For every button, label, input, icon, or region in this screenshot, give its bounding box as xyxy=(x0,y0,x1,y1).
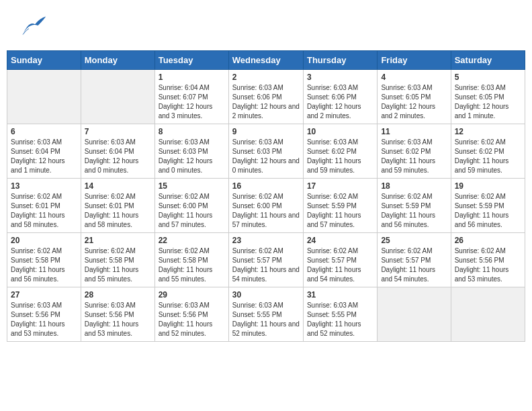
calendar-cell: 4Sunrise: 6:03 AM Sunset: 6:05 PM Daylig… xyxy=(378,70,451,124)
day-info: Sunrise: 6:03 AM Sunset: 6:02 PM Dayligh… xyxy=(307,138,373,175)
day-info: Sunrise: 6:04 AM Sunset: 6:07 PM Dayligh… xyxy=(159,83,225,121)
calendar-cell: 9Sunrise: 6:03 AM Sunset: 6:03 PM Daylig… xyxy=(228,124,303,179)
calendar-week-3: 13Sunrise: 6:02 AM Sunset: 6:01 PM Dayli… xyxy=(7,179,525,233)
day-info: Sunrise: 6:03 AM Sunset: 6:06 PM Dayligh… xyxy=(307,83,373,121)
calendar-cell: 28Sunrise: 6:03 AM Sunset: 5:56 PM Dayli… xyxy=(81,287,154,342)
day-number: 20 xyxy=(11,236,77,245)
day-number: 29 xyxy=(159,290,225,300)
day-number: 25 xyxy=(381,236,447,245)
weekday-header-saturday: Saturday xyxy=(451,51,525,70)
day-number: 14 xyxy=(85,181,151,191)
calendar-cell: 25Sunrise: 6:02 AM Sunset: 5:57 PM Dayli… xyxy=(378,233,451,287)
day-info: Sunrise: 6:02 AM Sunset: 6:01 PM Dayligh… xyxy=(11,192,77,230)
day-info: Sunrise: 6:03 AM Sunset: 6:02 PM Dayligh… xyxy=(381,138,447,175)
day-number: 24 xyxy=(307,236,373,245)
calendar-cell: 18Sunrise: 6:02 AM Sunset: 5:59 PM Dayli… xyxy=(378,179,451,233)
calendar-cell: 26Sunrise: 6:02 AM Sunset: 5:56 PM Dayli… xyxy=(451,233,525,287)
calendar-cell: 23Sunrise: 6:02 AM Sunset: 5:57 PM Dayli… xyxy=(228,233,303,287)
day-number: 12 xyxy=(455,127,521,136)
day-number: 3 xyxy=(307,73,373,82)
calendar-cell: 2Sunrise: 6:03 AM Sunset: 6:06 PM Daylig… xyxy=(228,70,303,124)
day-info: Sunrise: 6:02 AM Sunset: 6:00 PM Dayligh… xyxy=(232,192,300,230)
calendar-cell: 13Sunrise: 6:02 AM Sunset: 6:01 PM Dayli… xyxy=(7,179,81,233)
calendar-cell: 15Sunrise: 6:02 AM Sunset: 6:00 PM Dayli… xyxy=(154,179,228,233)
day-info: Sunrise: 6:02 AM Sunset: 6:01 PM Dayligh… xyxy=(85,192,151,230)
day-info: Sunrise: 6:03 AM Sunset: 5:56 PM Dayligh… xyxy=(85,301,151,338)
calendar-week-4: 20Sunrise: 6:02 AM Sunset: 5:58 PM Dayli… xyxy=(7,233,525,287)
day-info: Sunrise: 6:02 AM Sunset: 5:56 PM Dayligh… xyxy=(455,246,521,284)
page-header xyxy=(7,7,525,47)
day-info: Sunrise: 6:03 AM Sunset: 5:56 PM Dayligh… xyxy=(159,301,225,338)
day-info: Sunrise: 6:02 AM Sunset: 5:59 PM Dayligh… xyxy=(381,192,447,230)
day-info: Sunrise: 6:03 AM Sunset: 6:03 PM Dayligh… xyxy=(232,138,300,175)
day-number: 11 xyxy=(381,127,447,136)
day-info: Sunrise: 6:02 AM Sunset: 5:58 PM Dayligh… xyxy=(85,246,151,284)
calendar-cell: 21Sunrise: 6:02 AM Sunset: 5:58 PM Dayli… xyxy=(81,233,154,287)
calendar-cell: 11Sunrise: 6:03 AM Sunset: 6:02 PM Dayli… xyxy=(378,124,451,179)
weekday-header-wednesday: Wednesday xyxy=(228,51,303,70)
calendar-cell: 10Sunrise: 6:03 AM Sunset: 6:02 PM Dayli… xyxy=(303,124,377,179)
logo-icon xyxy=(17,13,47,44)
day-info: Sunrise: 6:03 AM Sunset: 6:04 PM Dayligh… xyxy=(85,138,151,175)
day-number: 26 xyxy=(455,236,521,245)
day-info: Sunrise: 6:03 AM Sunset: 5:55 PM Dayligh… xyxy=(232,301,300,338)
day-number: 21 xyxy=(85,236,151,245)
calendar-cell xyxy=(7,70,81,124)
day-info: Sunrise: 6:02 AM Sunset: 6:00 PM Dayligh… xyxy=(159,192,225,230)
day-number: 6 xyxy=(11,127,77,136)
day-number: 18 xyxy=(381,181,447,191)
calendar-cell: 30Sunrise: 6:03 AM Sunset: 5:55 PM Dayli… xyxy=(228,287,303,342)
day-number: 22 xyxy=(159,236,225,245)
calendar-cell: 14Sunrise: 6:02 AM Sunset: 6:01 PM Dayli… xyxy=(81,179,154,233)
weekday-header-thursday: Thursday xyxy=(303,51,377,70)
calendar-cell xyxy=(378,287,451,342)
calendar-header-row: SundayMondayTuesdayWednesdayThursdayFrid… xyxy=(7,51,525,70)
day-number: 7 xyxy=(85,127,151,136)
day-number: 9 xyxy=(232,127,300,136)
day-info: Sunrise: 6:03 AM Sunset: 6:03 PM Dayligh… xyxy=(159,138,225,175)
day-info: Sunrise: 6:02 AM Sunset: 5:58 PM Dayligh… xyxy=(11,246,77,284)
day-info: Sunrise: 6:02 AM Sunset: 6:02 PM Dayligh… xyxy=(455,138,521,175)
calendar-cell: 1Sunrise: 6:04 AM Sunset: 6:07 PM Daylig… xyxy=(154,70,228,124)
day-info: Sunrise: 6:03 AM Sunset: 6:05 PM Dayligh… xyxy=(455,83,521,121)
calendar-cell: 8Sunrise: 6:03 AM Sunset: 6:03 PM Daylig… xyxy=(154,124,228,179)
calendar-week-5: 27Sunrise: 6:03 AM Sunset: 5:56 PM Dayli… xyxy=(7,287,525,342)
day-number: 31 xyxy=(307,290,373,300)
day-info: Sunrise: 6:03 AM Sunset: 6:06 PM Dayligh… xyxy=(232,83,300,121)
weekday-header-tuesday: Tuesday xyxy=(154,51,228,70)
calendar-cell: 19Sunrise: 6:02 AM Sunset: 5:59 PM Dayli… xyxy=(451,179,525,233)
weekday-header-friday: Friday xyxy=(378,51,451,70)
day-number: 8 xyxy=(159,127,225,136)
day-number: 23 xyxy=(232,236,300,245)
calendar-week-1: 1Sunrise: 6:04 AM Sunset: 6:07 PM Daylig… xyxy=(7,70,525,124)
calendar-cell: 17Sunrise: 6:02 AM Sunset: 5:59 PM Dayli… xyxy=(303,179,377,233)
day-number: 1 xyxy=(159,73,225,82)
day-number: 16 xyxy=(232,181,300,191)
day-info: Sunrise: 6:02 AM Sunset: 5:57 PM Dayligh… xyxy=(307,246,373,284)
calendar-cell: 12Sunrise: 6:02 AM Sunset: 6:02 PM Dayli… xyxy=(451,124,525,179)
day-number: 15 xyxy=(159,181,225,191)
day-info: Sunrise: 6:02 AM Sunset: 5:58 PM Dayligh… xyxy=(159,246,225,284)
weekday-header-monday: Monday xyxy=(81,51,154,70)
day-info: Sunrise: 6:02 AM Sunset: 5:59 PM Dayligh… xyxy=(307,192,373,230)
day-info: Sunrise: 6:03 AM Sunset: 6:05 PM Dayligh… xyxy=(381,83,447,121)
day-info: Sunrise: 6:03 AM Sunset: 5:56 PM Dayligh… xyxy=(11,301,77,338)
weekday-header-sunday: Sunday xyxy=(7,51,81,70)
day-number: 5 xyxy=(455,73,521,82)
calendar-table: SundayMondayTuesdayWednesdayThursdayFrid… xyxy=(7,50,525,342)
day-info: Sunrise: 6:02 AM Sunset: 5:59 PM Dayligh… xyxy=(455,192,521,230)
day-number: 4 xyxy=(381,73,447,82)
calendar-cell: 22Sunrise: 6:02 AM Sunset: 5:58 PM Dayli… xyxy=(154,233,228,287)
day-info: Sunrise: 6:03 AM Sunset: 6:04 PM Dayligh… xyxy=(11,138,77,175)
day-number: 17 xyxy=(307,181,373,191)
calendar-week-2: 6Sunrise: 6:03 AM Sunset: 6:04 PM Daylig… xyxy=(7,124,525,179)
calendar-cell xyxy=(81,70,154,124)
calendar-cell: 29Sunrise: 6:03 AM Sunset: 5:56 PM Dayli… xyxy=(154,287,228,342)
calendar-cell: 7Sunrise: 6:03 AM Sunset: 6:04 PM Daylig… xyxy=(81,124,154,179)
day-info: Sunrise: 6:02 AM Sunset: 5:57 PM Dayligh… xyxy=(381,246,447,284)
calendar-cell: 20Sunrise: 6:02 AM Sunset: 5:58 PM Dayli… xyxy=(7,233,81,287)
calendar-cell: 16Sunrise: 6:02 AM Sunset: 6:00 PM Dayli… xyxy=(228,179,303,233)
calendar-cell: 6Sunrise: 6:03 AM Sunset: 6:04 PM Daylig… xyxy=(7,124,81,179)
day-number: 27 xyxy=(11,290,77,300)
day-number: 13 xyxy=(11,181,77,191)
